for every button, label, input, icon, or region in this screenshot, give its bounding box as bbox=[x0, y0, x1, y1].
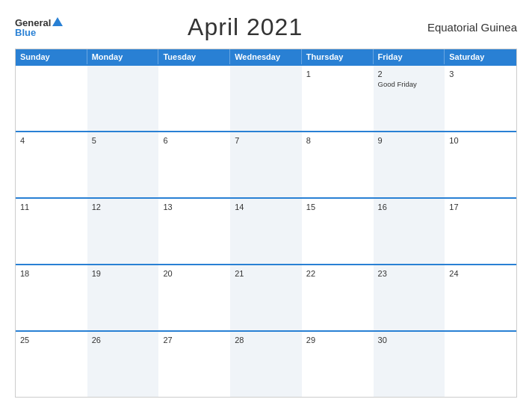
cell-w3-d5: 15 bbox=[302, 199, 374, 264]
day-number: 1 bbox=[306, 69, 369, 78]
week-1: 12Good Friday3 bbox=[16, 64, 516, 131]
day-event: Good Friday bbox=[378, 80, 441, 88]
cell-w5-d2: 26 bbox=[87, 332, 159, 397]
day-number: 3 bbox=[449, 69, 512, 78]
day-number: 4 bbox=[20, 136, 83, 145]
cell-w5-d5: 29 bbox=[302, 332, 374, 397]
header-monday: Monday bbox=[87, 49, 159, 64]
cell-w5-d1: 25 bbox=[16, 332, 87, 397]
week-5: 252627282930 bbox=[16, 330, 516, 397]
cell-w5-d4: 28 bbox=[230, 332, 302, 397]
day-number: 30 bbox=[378, 336, 441, 344]
day-number: 15 bbox=[306, 203, 369, 211]
week-2: 45678910 bbox=[16, 131, 516, 197]
page: General Blue April 2021 Equatorial Guine… bbox=[0, 0, 532, 411]
header-tuesday: Tuesday bbox=[158, 49, 230, 64]
cell-w2-d6: 9 bbox=[374, 132, 445, 197]
calendar: Sunday Monday Tuesday Wednesday Thursday… bbox=[15, 49, 517, 398]
cell-w3-d3: 13 bbox=[158, 199, 230, 264]
cell-w2-d4: 7 bbox=[230, 132, 302, 197]
cell-w2-d7: 10 bbox=[445, 132, 516, 197]
day-number: 22 bbox=[306, 269, 369, 278]
cell-w4-d2: 19 bbox=[87, 265, 159, 330]
day-number: 24 bbox=[449, 269, 512, 278]
cell-w4-d1: 18 bbox=[16, 265, 87, 330]
cell-w1-d5: 1 bbox=[302, 66, 374, 131]
day-number: 20 bbox=[163, 269, 226, 278]
header-thursday: Thursday bbox=[302, 49, 374, 64]
day-number: 16 bbox=[378, 203, 441, 211]
calendar-header: Sunday Monday Tuesday Wednesday Thursday… bbox=[16, 49, 516, 64]
day-number: 7 bbox=[235, 136, 297, 145]
cell-w1-d3 bbox=[158, 66, 230, 131]
header: General Blue April 2021 Equatorial Guine… bbox=[15, 13, 517, 41]
cell-w4-d4: 21 bbox=[230, 265, 302, 330]
logo-blue-text: Blue bbox=[15, 28, 36, 37]
day-number: 26 bbox=[92, 336, 155, 344]
day-number: 13 bbox=[163, 203, 226, 211]
logo-triangle-icon bbox=[52, 17, 63, 26]
cell-w1-d4 bbox=[230, 66, 302, 131]
week-4: 18192021222324 bbox=[16, 264, 516, 330]
day-number: 25 bbox=[20, 336, 83, 344]
logo-general-text: General bbox=[15, 18, 51, 28]
cell-w4-d6: 23 bbox=[374, 265, 445, 330]
day-number: 12 bbox=[92, 203, 155, 211]
day-number: 19 bbox=[92, 269, 155, 278]
cell-w4-d7: 24 bbox=[445, 265, 516, 330]
day-number: 2 bbox=[378, 69, 441, 78]
cell-w3-d1: 11 bbox=[16, 199, 87, 264]
header-sunday: Sunday bbox=[16, 49, 87, 64]
cell-w5-d7 bbox=[445, 332, 516, 397]
header-wednesday: Wednesday bbox=[230, 49, 302, 64]
week-3: 11121314151617 bbox=[16, 197, 516, 264]
day-number: 21 bbox=[235, 269, 297, 278]
cell-w2-d5: 8 bbox=[302, 132, 374, 197]
cell-w3-d7: 17 bbox=[445, 199, 516, 264]
cell-w1-d7: 3 bbox=[445, 66, 516, 131]
cell-w2-d2: 5 bbox=[87, 132, 159, 197]
cell-w3-d2: 12 bbox=[87, 199, 159, 264]
day-number: 8 bbox=[306, 136, 369, 145]
header-friday: Friday bbox=[374, 49, 445, 64]
day-number: 29 bbox=[306, 336, 369, 344]
cell-w2-d3: 6 bbox=[158, 132, 230, 197]
day-number: 9 bbox=[378, 136, 441, 145]
cell-w3-d6: 16 bbox=[374, 199, 445, 264]
logo: General Blue bbox=[15, 17, 63, 37]
cell-w3-d4: 14 bbox=[230, 199, 302, 264]
cell-w2-d1: 4 bbox=[16, 132, 87, 197]
day-number: 10 bbox=[449, 136, 512, 145]
cell-w5-d6: 30 bbox=[374, 332, 445, 397]
day-number: 28 bbox=[235, 336, 297, 344]
day-number: 11 bbox=[20, 203, 83, 211]
day-number: 14 bbox=[235, 203, 297, 211]
cell-w1-d6: 2Good Friday bbox=[374, 66, 445, 131]
calendar-title: April 2021 bbox=[188, 13, 303, 41]
cell-w4-d5: 22 bbox=[302, 265, 374, 330]
day-number: 5 bbox=[92, 136, 155, 145]
day-number: 23 bbox=[378, 269, 441, 278]
day-number: 6 bbox=[163, 136, 226, 145]
cell-w5-d3: 27 bbox=[158, 332, 230, 397]
cell-w4-d3: 20 bbox=[158, 265, 230, 330]
day-number: 17 bbox=[449, 203, 512, 211]
day-number: 27 bbox=[163, 336, 226, 344]
day-number: 18 bbox=[20, 269, 83, 278]
calendar-body: 12Good Friday345678910111213141516171819… bbox=[16, 64, 516, 397]
cell-w1-d1 bbox=[16, 66, 87, 131]
header-saturday: Saturday bbox=[445, 49, 516, 64]
cell-w1-d2 bbox=[87, 66, 159, 131]
country-label: Equatorial Guinea bbox=[427, 21, 517, 34]
